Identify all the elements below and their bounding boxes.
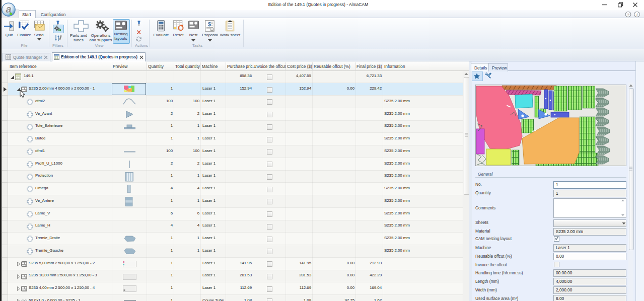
svg-text:?: ?	[627, 13, 629, 17]
svg-text:i: i	[636, 13, 637, 17]
